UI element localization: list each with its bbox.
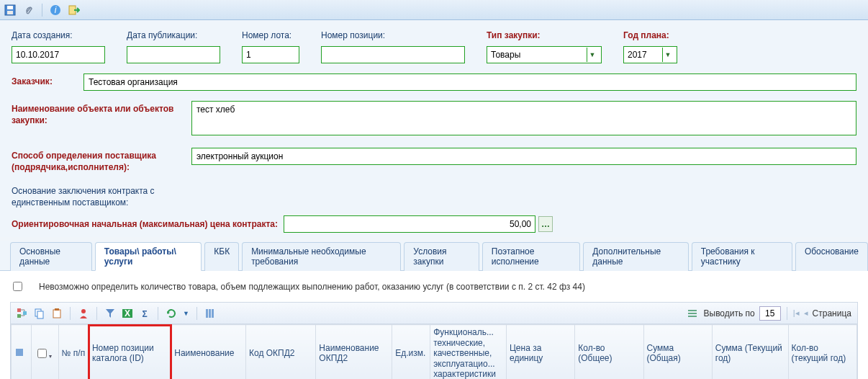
input-lot-num[interactable] [242,46,299,63]
col-unit-price[interactable]: Цена за единицу [506,325,574,379]
tab-pane-goods: Невозможно определить количество товара,… [0,271,868,379]
per-page-input[interactable] [759,306,781,321]
exit-icon[interactable] [68,4,80,16]
funnel-icon[interactable] [104,308,116,319]
svg-rect-7 [17,314,21,318]
svg-rect-10 [37,311,43,318]
svg-rect-18 [209,309,211,318]
excel-icon[interactable]: X [122,308,133,319]
goods-grid: ▾ № п/п Номер позиции каталога (ID) Наим… [11,324,857,379]
first-page-icon[interactable]: |◂ [793,308,800,318]
header-checkbox[interactable] [37,349,47,358]
col-checkbox[interactable]: ▾ [31,325,58,379]
grid-toolbar: X Σ ▼ Выводить по |◂ ◂ Страница [11,303,857,324]
col-name[interactable]: Наименование [171,325,246,379]
col-func-char[interactable]: Функциональ... технические, качественные… [430,325,507,379]
input-method[interactable] [191,148,856,165]
copy-icon[interactable] [34,308,45,319]
svg-text:i: i [55,5,57,15]
input-customer[interactable] [83,73,856,91]
svg-text:Σ: Σ [142,309,147,319]
separator [70,307,71,320]
impossible-qty-label: Невозможно определить количество товара,… [39,282,585,292]
tab-7[interactable]: Требования к участнику [692,242,792,271]
attach-icon[interactable] [23,4,35,16]
pager: Выводить по |◂ ◂ Страница [704,306,852,321]
refresh-icon[interactable] [166,308,177,319]
price-lookup-button[interactable]: … [538,216,553,232]
row-method: Способ определения поставщика (подрядчик… [12,148,856,173]
col-num[interactable]: № п/п [58,325,89,379]
tab-3[interactable]: Минимальные необходимые требования [242,242,401,271]
svg-rect-22 [688,316,697,317]
label-plan-year: Год плана: [623,30,677,40]
col-uom[interactable]: Ед.изм. [392,325,430,379]
col-qty-total[interactable]: Кол-во (Общее) [575,325,643,379]
tab-6[interactable]: Дополнительные данные [583,242,688,271]
col-sum-year[interactable]: Сумма (Текущий год) [712,325,788,379]
input-price[interactable] [284,215,535,233]
select-plan-year[interactable]: 2017 ▼ [623,46,677,63]
tree-icon[interactable] [17,308,28,319]
col-settings[interactable] [12,325,32,379]
label-customer: Заказчик: [12,73,83,88]
row-basis: Основание заключения контракта с единств… [12,183,856,208]
label-create-date: Дата создания: [12,30,105,40]
info-icon[interactable]: i [50,4,61,16]
grid-wrapper: X Σ ▼ Выводить по |◂ ◂ Страница [10,302,858,379]
tab-0[interactable]: Основные данные [10,242,92,271]
chevron-down-icon: ▼ [662,48,673,62]
input-pub-date[interactable] [127,46,220,63]
svg-rect-23 [16,349,23,356]
tab-4[interactable]: Условия закупки [404,242,479,271]
tabstrip: Основные данные Товары\ работы\ услуги К… [0,241,868,271]
tab-8[interactable]: Обоснование [795,242,868,271]
label-lot-num: Номер лота: [242,30,299,40]
prev-page-icon[interactable]: ◂ [804,308,808,318]
separator [158,307,158,320]
list-icon[interactable] [687,308,698,319]
tab-1[interactable]: Товары\ работы\ услуги [95,242,202,271]
select-plan-year-value: 2017 [628,50,647,60]
tab-5[interactable]: Поэтапное исполнение [482,242,580,271]
save-icon[interactable] [4,4,16,16]
input-pos-num[interactable] [321,46,465,63]
paste-icon[interactable] [51,308,63,319]
row-price: Ориентировочная начальная (максимальная)… [12,215,856,233]
textarea-obj-name[interactable]: тест хлеб [191,101,856,135]
row-obj-name: Наименование объекта или объектов закупк… [12,101,856,138]
label-pos-num: Номер позиции: [321,30,465,40]
col-qty-year[interactable]: Кол-во (текущий год) [788,325,856,379]
field-pub-date: Дата публикации: [127,30,220,63]
columns-icon[interactable] [204,308,216,319]
label-purch-type: Тип закупки: [487,30,602,40]
col-sum-total[interactable]: Сумма (Общая) [643,325,712,379]
top-toolbar: i [0,0,868,20]
input-create-date[interactable] [12,46,105,63]
svg-rect-21 [688,313,697,314]
form-area: Дата создания: Дата публикации: Номер ло… [0,20,868,237]
svg-rect-20 [688,310,697,311]
col-okpd2[interactable]: Код ОКПД2 [245,325,315,379]
label-basis: Основание заключения контракта с единств… [12,183,191,208]
label-method: Способ определения поставщика (подрядчик… [12,148,191,173]
label-price: Ориентировочная начальная (максимальная)… [12,219,278,229]
impossible-qty-checkbox[interactable] [13,282,22,291]
field-purch-type: Тип закупки: Товары ▼ [487,30,602,63]
svg-rect-19 [212,309,214,318]
tab-2[interactable]: КБК [204,242,239,271]
field-create-date: Дата создания: [12,30,105,63]
chevron-down-icon: ▼ [587,48,597,62]
page-label: Страница [813,308,851,318]
grid-header-row: ▾ № п/п Номер позиции каталога (ID) Наим… [12,325,857,379]
select-purch-type-value: Товары [491,50,520,60]
separator [787,307,787,320]
sigma-icon[interactable]: Σ [139,308,150,319]
select-purch-type[interactable]: Товары ▼ [487,46,602,63]
toolbar-separator [42,4,42,17]
col-okpd2name[interactable]: Наименование ОКПД2 [316,325,392,379]
col-catalog-id[interactable]: Номер позиции каталога (ID) [89,325,171,379]
svg-rect-1 [7,6,13,9]
filter-user-icon[interactable] [78,308,89,319]
label-pub-date: Дата публикации: [127,30,220,40]
